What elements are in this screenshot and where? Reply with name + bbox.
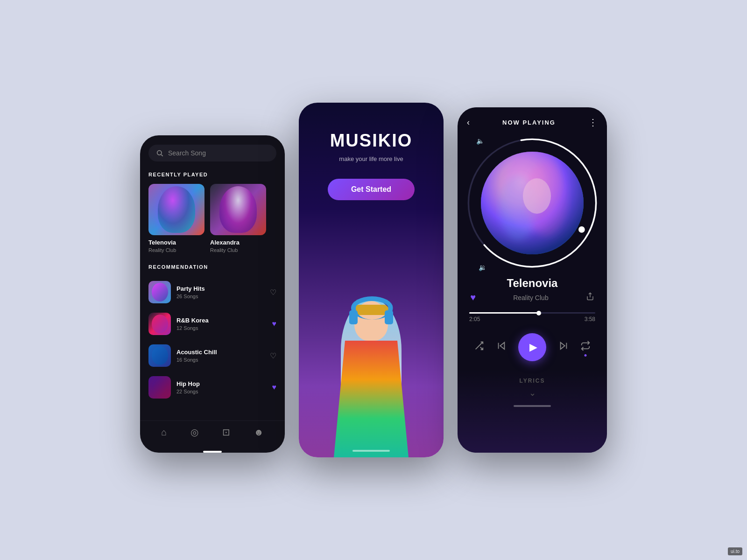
repeat-button-container	[580, 341, 591, 354]
song-row: ♥ Reality Club	[467, 292, 598, 303]
rec-info-2: R&B Korea 12 Songs	[176, 317, 267, 331]
phone-library: Search Song RECENTLY PLAYED Telenovia Re…	[140, 135, 285, 453]
progress-bar[interactable]	[469, 312, 595, 314]
rec-info-1: Party Hits 26 Songs	[176, 285, 264, 299]
nav-inbox-icon[interactable]: ⊡	[222, 427, 230, 438]
rec-sub-3: 16 Songs	[176, 357, 264, 363]
recently-played-list: Telenovia Reality Club Alexandra Reality…	[148, 184, 276, 253]
recent-title-2: Alexandra	[210, 239, 266, 246]
progress-fill	[469, 312, 539, 314]
watermark: ui.to	[728, 547, 742, 555]
search-icon	[156, 149, 163, 157]
song-title: Telenovia	[467, 277, 598, 290]
more-options-button[interactable]: ⋮	[588, 117, 598, 128]
recent-card-img-2	[210, 184, 266, 235]
phone-splash: MUSIKIO make your life more live Get Sta…	[299, 103, 444, 457]
now-playing-title: NOW PLAYING	[502, 119, 556, 126]
recommendation-list: Party Hits 26 Songs ♡ R&B Korea 12 Songs…	[148, 276, 276, 403]
like-button[interactable]: ♥	[470, 292, 476, 303]
rec-info-4: Hip Hop 22 Songs	[176, 380, 267, 394]
controls-row: ▶	[467, 329, 598, 366]
rec-heart-4[interactable]: ♥	[272, 383, 277, 392]
lyrics-expand-button[interactable]: ⌄	[467, 388, 598, 398]
play-icon: ▶	[529, 341, 537, 353]
recent-title-1: Telenovia	[148, 239, 204, 246]
home-indicator	[203, 451, 222, 453]
search-bar[interactable]: Search Song	[148, 145, 276, 161]
progress-dot	[536, 311, 541, 315]
lyrics-label: LYRICS	[467, 378, 598, 384]
prev-button[interactable]	[496, 341, 507, 354]
time-total: 3:58	[585, 316, 595, 322]
bottom-nav: ⌂ ◎ ⊡ ☻	[140, 420, 285, 447]
rec-title-3: Acoustic Chill	[176, 349, 264, 356]
svg-line-1	[161, 154, 162, 156]
now-playing-home-indicator	[514, 405, 551, 407]
rec-thumb-1	[148, 281, 171, 303]
nav-compass-icon[interactable]: ◎	[190, 427, 198, 438]
recent-artist-2: Reality Club	[210, 247, 266, 253]
search-placeholder: Search Song	[168, 149, 206, 157]
rec-thumb-4	[148, 376, 171, 399]
svg-point-0	[157, 151, 162, 155]
nav-profile-icon[interactable]: ☻	[254, 427, 264, 438]
splash-illustration	[299, 261, 444, 457]
time-current: 2:05	[469, 316, 480, 322]
back-button[interactable]: ‹	[467, 118, 470, 127]
recommendation-title: RECOMMENDATION	[148, 264, 276, 270]
rec-item-rnb[interactable]: R&B Korea 12 Songs ♥	[148, 308, 276, 340]
rec-sub-2: 12 Songs	[176, 325, 267, 331]
splash-tagline: make your life more live	[339, 155, 403, 162]
rec-item-hiphop[interactable]: Hip Hop 22 Songs ♥	[148, 371, 276, 403]
next-button[interactable]	[558, 341, 569, 354]
song-artist: Reality Club	[513, 294, 548, 301]
recent-card-1[interactable]: Telenovia Reality Club	[148, 184, 204, 253]
rec-heart-1[interactable]: ♡	[270, 288, 276, 297]
recent-artist-1: Reality Club	[148, 247, 204, 253]
shuffle-button[interactable]	[474, 341, 484, 354]
recently-played-title: RECENTLY PLAYED	[148, 172, 276, 177]
rec-item-acoustic[interactable]: Acoustic Chill 16 Songs ♡	[148, 340, 276, 371]
svg-point-9	[523, 178, 551, 214]
lyrics-section: LYRICS ⌄	[458, 371, 607, 453]
nav-home-icon[interactable]: ⌂	[161, 427, 167, 438]
recent-card-2[interactable]: Alexandra Reality Club	[210, 184, 266, 253]
rec-sub-1: 26 Songs	[176, 294, 264, 299]
album-art-container	[481, 152, 584, 254]
phone-now-playing: ‹ NOW PLAYING ⋮ 🔈	[458, 107, 607, 453]
progress-container[interactable]: 2:05 3:58	[467, 312, 598, 325]
rec-title-4: Hip Hop	[176, 380, 267, 387]
svg-marker-13	[500, 343, 504, 350]
rec-title-1: Party Hits	[176, 285, 264, 292]
play-button[interactable]: ▶	[518, 333, 546, 361]
rec-item-party-hits[interactable]: Party Hits 26 Songs ♡	[148, 276, 276, 308]
repeat-button[interactable]	[580, 341, 591, 354]
splash-app-name: MUSIKIO	[330, 131, 413, 151]
rec-heart-3[interactable]: ♡	[270, 351, 276, 360]
progress-times: 2:05 3:58	[469, 314, 595, 325]
rec-heart-2[interactable]: ♥	[272, 320, 277, 328]
share-button[interactable]	[586, 292, 594, 303]
album-art-visual	[481, 152, 584, 254]
rec-sub-4: 22 Songs	[176, 389, 267, 394]
rec-title-2: R&B Korea	[176, 317, 267, 324]
get-started-button[interactable]: Get Started	[328, 179, 415, 200]
rec-info-3: Acoustic Chill 16 Songs	[176, 349, 264, 363]
now-playing-header: ‹ NOW PLAYING ⋮	[467, 117, 598, 128]
splash-home-indicator	[352, 450, 390, 452]
svg-marker-15	[560, 343, 564, 350]
recent-card-img-1	[148, 184, 204, 235]
repeat-dot	[585, 354, 587, 357]
album-art	[481, 152, 584, 254]
rec-thumb-2	[148, 313, 171, 335]
rec-thumb-3	[148, 344, 171, 367]
